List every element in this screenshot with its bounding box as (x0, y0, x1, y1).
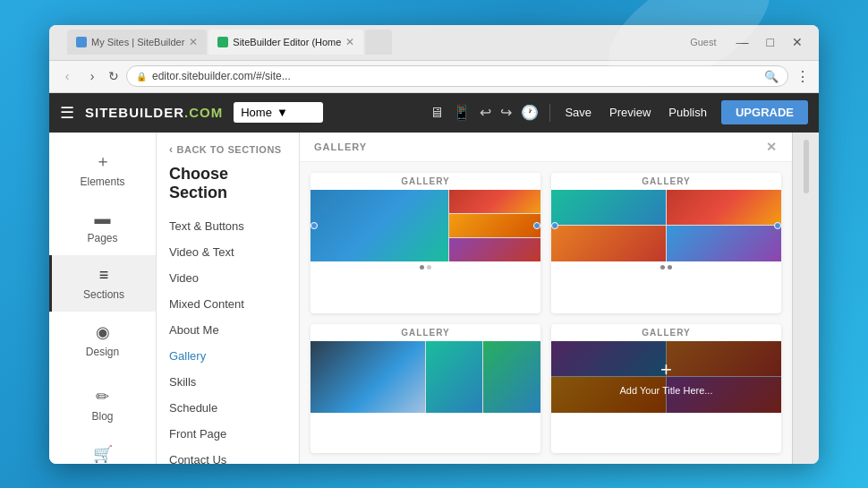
search-icon: 🔍 (764, 70, 779, 83)
sidebar-blog-label: Blog (91, 410, 113, 423)
gallery-img-2a (551, 190, 666, 226)
right-edge (792, 133, 819, 464)
blog-icon: ✏ (96, 387, 109, 407)
minimize-btn[interactable]: — (731, 33, 754, 51)
browser-menu-dots[interactable]: ⋮ (796, 68, 810, 85)
gallery-img-1b (449, 190, 540, 213)
section-item-skills[interactable]: Skills (157, 369, 299, 395)
gallery-img-2d (667, 226, 781, 261)
gallery-img-1d (449, 238, 540, 261)
gallery-card-3[interactable]: GALLERY (311, 324, 540, 453)
address-bar[interactable]: 🔒 editor.sitebuilder.com/#/site... 🔍 (126, 65, 788, 87)
gallery-header: GALLERY ✕ (300, 133, 792, 162)
section-item-schedule-label: Schedule (169, 401, 217, 415)
toolbar-divider (549, 104, 550, 122)
chevron-down-icon: ▼ (277, 106, 288, 119)
gallery-area: GALLERY ✕ GALLERY (300, 133, 792, 464)
section-item-video-text[interactable]: Video & Text (157, 239, 299, 265)
gallery-card-3-label: GALLERY (311, 324, 540, 341)
section-item-skills-label: Skills (169, 375, 196, 389)
choose-section-title: Choose Section (157, 161, 299, 213)
section-item-schedule[interactable]: Schedule (157, 395, 299, 421)
refresh-btn[interactable]: ↻ (108, 69, 119, 83)
left-handle-2[interactable] (551, 222, 558, 229)
sidebar-item-design[interactable]: ◉ Design (49, 312, 156, 369)
sidebar-design-label: Design (86, 346, 119, 358)
gallery-img-1a (311, 190, 448, 261)
section-item-contact[interactable]: Contact Us (157, 447, 299, 464)
section-item-video-text-label: Video & Text (169, 245, 234, 259)
save-btn[interactable]: Save (561, 106, 595, 119)
close-panel-btn[interactable]: ✕ (766, 140, 778, 154)
gallery-card-4[interactable]: GALLERY + Add Your Title Here... (551, 324, 781, 453)
gallery-card-2[interactable]: GALLERY (551, 173, 781, 313)
section-item-gallery[interactable]: Gallery (157, 343, 299, 369)
history-icon[interactable]: 🕐 (521, 104, 539, 121)
dot-4 (668, 265, 672, 270)
tab-mysites-close[interactable]: ✕ (189, 36, 198, 48)
hamburger-menu-btn[interactable]: ☰ (60, 103, 74, 123)
mysites-tab-icon (76, 37, 87, 47)
undo-icon[interactable]: ↩ (480, 104, 491, 121)
right-handle-1[interactable] (533, 222, 540, 229)
section-item-gallery-label: Gallery (169, 349, 206, 363)
gallery-card-1-image (311, 190, 540, 261)
gallery-grid: GALLERY (300, 162, 792, 464)
desktop-icon[interactable]: 🖥 (430, 105, 444, 121)
url-text: editor.sitebuilder.com/#/site... (152, 70, 291, 82)
redo-icon[interactable]: ↪ (500, 104, 512, 121)
preview-btn[interactable]: Preview (606, 106, 654, 119)
app-toolbar: ☰ SITEBUILDER.COM Home ▼ 🖥 📱 ↩ ↪ 🕐 Save … (49, 93, 819, 133)
right-handle-2[interactable] (774, 222, 781, 229)
section-item-text-buttons[interactable]: Text & Buttons (157, 213, 299, 239)
back-label: BACK TO SECTIONS (177, 144, 282, 155)
lock-icon: 🔒 (136, 72, 147, 81)
dot-2 (427, 265, 431, 270)
plus-icon: ＋ (95, 150, 111, 172)
sidebar-item-elements[interactable]: ＋ Elements (49, 140, 156, 199)
store-icon: 🛒 (93, 444, 113, 464)
new-tab-btn[interactable] (365, 30, 392, 55)
sidebar-item-store[interactable]: 🛒 Store (49, 433, 156, 464)
editor-tab-icon (217, 37, 228, 47)
tab-editor-close[interactable]: ✕ (345, 36, 354, 48)
tab-editor[interactable]: SiteBuilder Editor (Home ✕ (208, 30, 363, 55)
gallery-card-4-image: + Add Your Title Here... (551, 341, 781, 413)
gallery-card-1[interactable]: GALLERY (311, 173, 540, 313)
section-item-about-label: About Me (169, 323, 219, 337)
browser-tabs: My Sites | SiteBuilder ✕ SiteBuilder Edi… (67, 30, 683, 55)
maximize-btn[interactable]: □ (762, 33, 779, 51)
tab-mysites[interactable]: My Sites | SiteBuilder ✕ (67, 30, 207, 55)
section-item-video[interactable]: Video (157, 265, 299, 291)
forward-nav-btn[interactable]: › (83, 67, 101, 85)
back-to-sections-btn[interactable]: ‹ BACK TO SECTIONS (157, 133, 299, 161)
page-selector-label: Home (241, 106, 272, 119)
brand-logo: SITEBUILDER.COM (85, 105, 223, 120)
section-item-front-page[interactable]: Front Page (157, 421, 299, 447)
upgrade-btn[interactable]: UPGRADE (721, 100, 808, 124)
left-handle-1[interactable] (311, 222, 318, 229)
sidebar-item-pages[interactable]: ▬ Pages (49, 199, 156, 255)
publish-btn-text[interactable]: Publish (665, 106, 711, 119)
sidebar: ＋ Elements ▬ Pages ≡ Sections ◉ Design ✏… (49, 133, 157, 464)
section-item-about[interactable]: About Me (157, 317, 299, 343)
sections-icon: ≡ (99, 266, 109, 285)
gallery-card-4-label: GALLERY (551, 324, 781, 341)
sidebar-item-blog[interactable]: ✏ Blog (49, 376, 156, 433)
address-bar-row: ‹ › ↻ 🔒 editor.sitebuilder.com/#/site...… (49, 61, 819, 93)
section-item-text-buttons-label: Text & Buttons (169, 219, 244, 233)
gallery-img-stack-1 (449, 190, 540, 261)
page-selector[interactable]: Home ▼ (234, 102, 323, 123)
close-btn[interactable]: ✕ (787, 33, 808, 51)
back-nav-btn[interactable]: ‹ (58, 67, 76, 85)
gallery-img-2b (667, 190, 781, 226)
back-arrow-icon: ‹ (169, 143, 174, 156)
section-panel: ‹ BACK TO SECTIONS Choose Section Text &… (157, 133, 300, 464)
gallery-card-2-image (551, 190, 781, 261)
section-item-mixed[interactable]: Mixed Content (157, 291, 299, 317)
section-item-mixed-label: Mixed Content (169, 297, 244, 311)
tab-mysites-label: My Sites | SiteBuilder (91, 37, 184, 47)
mobile-icon[interactable]: 📱 (453, 104, 471, 121)
scrollbar[interactable] (804, 140, 809, 193)
sidebar-item-sections[interactable]: ≡ Sections (49, 255, 156, 312)
